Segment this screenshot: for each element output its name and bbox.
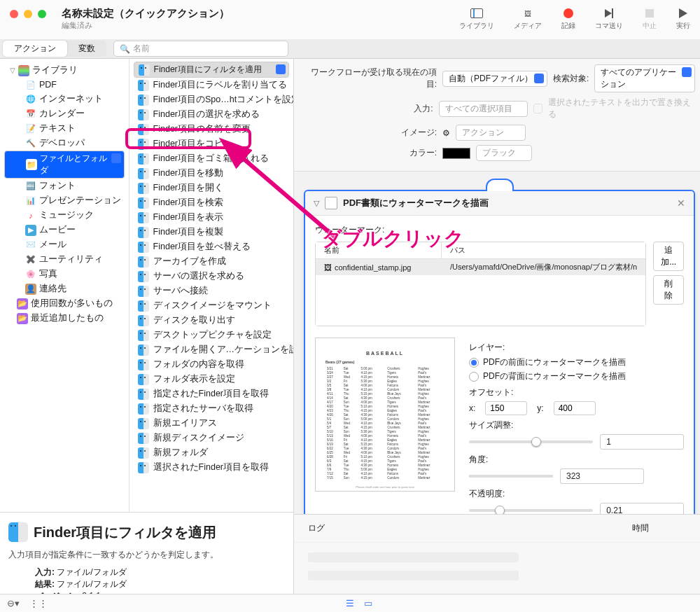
status-bar: ⊖▾ ⋮⋮ ☰▭	[0, 594, 700, 612]
sidebar-item-utilities[interactable]: ✖️ユーティリティ	[0, 252, 129, 267]
sidebar-item-pdf[interactable]: 📄PDF	[0, 78, 129, 92]
flow-view-icon[interactable]: ▭	[364, 598, 372, 608]
action-list-item[interactable]: 指定されたFinder項目を取得	[130, 387, 293, 401]
run-button[interactable]: 実行	[676, 7, 690, 31]
action-list-item[interactable]: Finder項目を移動	[130, 166, 293, 181]
table-row[interactable]: 🖼confidential_stamp.jpg/Users/yamafd/One…	[316, 259, 645, 275]
sidebar-item-music[interactable]: ♪ミュージック	[0, 208, 129, 223]
size-value[interactable]: 1	[600, 434, 684, 450]
action-list-item[interactable]: 指定されたサーバを取得	[130, 401, 293, 416]
sidebar-item-mail[interactable]: ✉️メール	[0, 237, 129, 252]
action-list-item[interactable]: 選択されたFinder項目を取得	[130, 460, 293, 475]
search-input[interactable]: 🔍名前	[113, 41, 288, 57]
action-list-item[interactable]: Finder項目を開く	[130, 181, 293, 195]
opacity-value[interactable]: 0.21	[600, 503, 684, 514]
input-select[interactable]: すべての選択項目	[439, 101, 528, 117]
workflow-canvas[interactable]: ▽ PDF書類にウォーターマークを描画 ✕ ウォーターマーク: 名前パス 🖼co…	[294, 172, 700, 514]
action-list-item[interactable]: Finder項目を表示	[130, 210, 293, 225]
angle-value[interactable]: 323	[560, 468, 644, 484]
sidebar-item-developer[interactable]: 🔨デベロッパ	[0, 136, 129, 151]
settings-icon[interactable]: ⊖▾	[7, 598, 20, 608]
sidebar-item-movies[interactable]: ▶ムービー	[0, 223, 129, 237]
finder-icon	[138, 183, 149, 194]
angle-dial[interactable]	[469, 475, 553, 478]
record-button[interactable]: 記録	[561, 7, 575, 31]
finder-icon	[138, 345, 149, 356]
action-list-item[interactable]: Finder項目にフィルタを適用	[134, 62, 289, 78]
finder-icon	[138, 153, 149, 165]
action-list-item[interactable]: ファイルを開くア…ケーションを設定	[130, 342, 293, 357]
close-window[interactable]	[10, 10, 18, 18]
disclosure-icon[interactable]: ▽	[314, 199, 319, 208]
media-button[interactable]: 🖼メディア	[514, 7, 542, 31]
action-list-item[interactable]: 新規フォルダ	[130, 445, 293, 460]
action-list-item[interactable]: サーバの選択を求める	[130, 269, 293, 284]
sidebar-item-contacts[interactable]: 👤連絡先	[0, 281, 129, 296]
tab-variables[interactable]: 変数	[67, 41, 106, 57]
workflow-options: ワークフローが受け取る現在の項目:自動（PDFファイル）検索対象:すべてのアプリ…	[294, 59, 700, 172]
action-list-item[interactable]: Finder項目の選択を求める	[130, 107, 293, 122]
sidebar-item-calendar[interactable]: 📅カレンダー	[0, 106, 129, 121]
finder-icon	[138, 300, 149, 312]
sidebar-item-photos[interactable]: 🌸写真	[0, 267, 129, 281]
offset-y-input[interactable]	[554, 401, 596, 415]
finder-icon	[8, 522, 28, 542]
minimize-window[interactable]	[24, 10, 32, 18]
library-sidebar: ▽ライブラリ 📄PDF 🌐インターネット 📅カレンダー 📝テキスト 🔨デベロッパ…	[0, 59, 130, 512]
action-list-item[interactable]: Finder項目を検索	[130, 195, 293, 210]
action-list-item[interactable]: 新規エイリアス	[130, 416, 293, 431]
action-list-item[interactable]: Finder項目の名前を変更	[130, 122, 293, 137]
sidebar-item-files-folders[interactable]: 📁ファイルとフォルダ	[4, 151, 125, 179]
sidebar-recently-added[interactable]: 📂最近追加したもの	[0, 311, 129, 326]
color-select[interactable]: ブラック	[476, 145, 532, 161]
finder-icon	[138, 374, 149, 385]
replace-checkbox[interactable]	[533, 104, 543, 113]
list-view-icon[interactable]: ☰	[346, 598, 354, 608]
sidebar-most-used[interactable]: 📂使用回数が多いもの	[0, 296, 129, 311]
receives-select[interactable]: 自動（PDFファイル）	[442, 71, 547, 87]
finder-icon	[138, 462, 149, 473]
sidebar-item-fonts[interactable]: 🔤フォント	[0, 179, 129, 193]
action-list-item[interactable]: Finder項目をゴミ箱に入れる	[130, 151, 293, 166]
tab-actions[interactable]: アクション	[3, 41, 67, 57]
action-list-item[interactable]: サーバへ接続	[130, 284, 293, 298]
action-list-item[interactable]: Finder項目にラベルを割り当てる	[130, 78, 293, 92]
sidebar-library[interactable]: ▽ライブラリ	[0, 63, 129, 78]
action-list-item[interactable]: ディスクを取り出す	[130, 313, 293, 328]
finder-icon	[138, 227, 149, 238]
sidebar-item-internet[interactable]: 🌐インターネット	[0, 92, 129, 106]
input-connector	[486, 179, 514, 191]
zoom-window[interactable]	[38, 10, 46, 18]
action-list-item[interactable]: フォルダ表示を設定	[130, 372, 293, 387]
step-button[interactable]: コマ送り	[595, 7, 623, 31]
size-slider[interactable]	[469, 440, 593, 443]
action-list-item[interactable]: Finder項目を並べ替える	[130, 239, 293, 254]
action-list-item[interactable]: 新規ディスクイメージ	[130, 431, 293, 445]
opacity-slider[interactable]	[469, 509, 593, 512]
action-list-item[interactable]: Finder項目を複製	[130, 225, 293, 239]
action-list-item[interactable]: ディスクイメージをマウント	[130, 298, 293, 313]
image-select[interactable]: アクション	[456, 125, 526, 141]
finder-icon	[139, 64, 150, 76]
layer-front-radio[interactable]: PDFの前面にウォーターマークを描画	[469, 356, 684, 368]
finder-icon	[138, 124, 149, 135]
delete-button[interactable]: 削除	[653, 275, 684, 305]
search-icon: 🔍	[120, 44, 130, 54]
searchin-select[interactable]: すべてのアプリケーション	[594, 64, 695, 92]
sidebar-item-text[interactable]: 📝テキスト	[0, 121, 129, 136]
action-list-item[interactable]: Finder項目をコピー	[130, 137, 293, 151]
card-close-icon[interactable]: ✕	[677, 197, 685, 209]
add-button[interactable]: 追加...	[653, 242, 684, 271]
action-list-item[interactable]: デスクトップピクチャを設定	[130, 328, 293, 342]
action-list-item[interactable]: フォルダの内容を取得	[130, 357, 293, 372]
pdf-preview: BASEBALL Bears (27 games) 3/21Sat5:00 pm…	[315, 338, 455, 492]
pdf-icon	[325, 197, 337, 209]
action-list-item[interactable]: アーカイブを作成	[130, 254, 293, 269]
layer-back-radio[interactable]: PDFの背面にウォーターマークを描画	[469, 370, 684, 382]
window-subtitle: 編集済み	[62, 20, 230, 31]
action-list-item[interactable]: Finder項目のSpo…htコメントを設定	[130, 92, 293, 107]
stop-button[interactable]: 中止	[643, 7, 657, 31]
offset-x-input[interactable]	[485, 401, 527, 415]
sidebar-item-presentation[interactable]: 📊プレゼンテーション	[0, 193, 129, 208]
library-button[interactable]: ライブラリ	[459, 7, 494, 31]
